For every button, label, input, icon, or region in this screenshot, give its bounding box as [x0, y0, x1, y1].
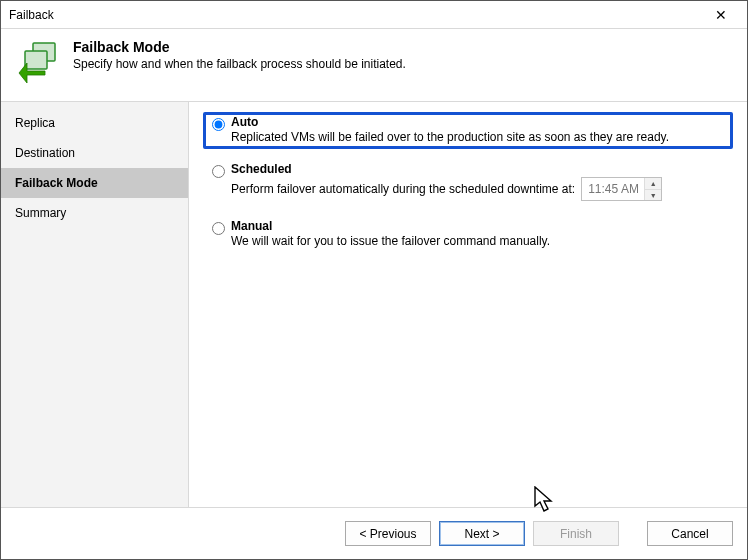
option-auto-label: Auto [231, 115, 728, 129]
sidebar-item-failback-mode[interactable]: Failback Mode [1, 168, 188, 198]
option-scheduled[interactable]: Scheduled Perform failover automatically… [203, 159, 733, 206]
radio-manual[interactable] [212, 222, 225, 235]
wizard-sidebar: Replica Destination Failback Mode Summar… [1, 102, 189, 507]
finish-button: Finish [533, 521, 619, 546]
time-spin-up-button[interactable]: ▲ [645, 178, 661, 189]
scheduled-time-input[interactable] [582, 178, 644, 200]
failback-icon [15, 39, 63, 87]
previous-button[interactable]: < Previous [345, 521, 431, 546]
scheduled-time-control[interactable]: ▲ ▼ [581, 177, 662, 201]
window-title: Failback [9, 8, 703, 22]
failback-wizard-window: Failback ✕ Failback Mode Specify how and… [0, 0, 748, 560]
wizard-header-text: Failback Mode Specify how and when the f… [73, 39, 406, 71]
option-manual-label: Manual [231, 219, 728, 233]
option-scheduled-label: Scheduled [231, 162, 728, 176]
sidebar-item-destination[interactable]: Destination [1, 138, 188, 168]
sidebar-item-replica[interactable]: Replica [1, 108, 188, 138]
radio-auto[interactable] [212, 118, 225, 131]
next-button[interactable]: Next > [439, 521, 525, 546]
sidebar-item-summary[interactable]: Summary [1, 198, 188, 228]
svg-rect-1 [25, 51, 47, 69]
page-title: Failback Mode [73, 39, 406, 55]
radio-scheduled[interactable] [212, 165, 225, 178]
page-subtitle: Specify how and when the failback proces… [73, 57, 406, 71]
close-button[interactable]: ✕ [703, 5, 739, 25]
option-auto[interactable]: Auto Replicated VMs will be failed over … [203, 112, 733, 149]
option-manual-desc: We will wait for you to issue the failov… [231, 234, 728, 248]
titlebar: Failback ✕ [1, 1, 747, 29]
cancel-button[interactable]: Cancel [647, 521, 733, 546]
option-scheduled-desc: Perform failover automatically during th… [231, 182, 575, 196]
wizard-header: Failback Mode Specify how and when the f… [1, 29, 747, 101]
time-spin-down-button[interactable]: ▼ [645, 189, 661, 200]
option-auto-desc: Replicated VMs will be failed over to th… [231, 130, 728, 144]
wizard-footer: < Previous Next > Finish Cancel [1, 507, 747, 559]
wizard-body: Replica Destination Failback Mode Summar… [1, 101, 747, 507]
wizard-content: Auto Replicated VMs will be failed over … [189, 102, 747, 507]
option-manual[interactable]: Manual We will wait for you to issue the… [203, 216, 733, 253]
time-spinner: ▲ ▼ [644, 178, 661, 200]
close-icon: ✕ [715, 7, 727, 23]
